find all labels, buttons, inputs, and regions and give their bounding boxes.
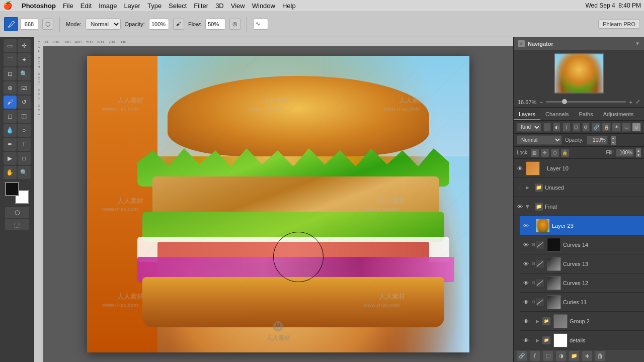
add-style-btn[interactable]: ƒ (530, 351, 540, 361)
eyedropper-tool[interactable]: 🔍 (18, 67, 31, 80)
layer-row-group2[interactable]: 👁 ▶ 📁 Group 2 (520, 312, 644, 331)
zoom-expand-icon[interactable]: ⤢ (635, 99, 640, 105)
menu-edit[interactable]: Edit (80, 2, 92, 10)
visibility-details[interactable]: 👁 (522, 336, 530, 344)
screen-mode-icon[interactable]: ⬚ (5, 219, 29, 230)
zoom-slider-thumb[interactable] (562, 99, 567, 104)
quick-mask-icon[interactable]: ⬡ (5, 207, 29, 218)
layer-row-layer23[interactable]: 👁 Layer 23 (520, 216, 644, 235)
filter-smart-icon[interactable]: ⚙ (582, 123, 590, 132)
lock-artboard-btn[interactable]: ⬡ (551, 149, 559, 157)
layers-list[interactable]: 👁 Layer 10 👁 ▶ 📁 Unused 👁 ▶ (514, 159, 644, 349)
lock-position-btn[interactable]: ✛ (541, 149, 549, 157)
add-adjustment-btn[interactable]: ◑ (556, 351, 566, 361)
foreground-color-swatch[interactable] (5, 182, 19, 196)
folder-arrow-final[interactable]: ▶ (525, 205, 530, 208)
add-layer-btn[interactable]: + (582, 351, 592, 361)
fill-value[interactable] (616, 149, 634, 157)
crop-tool[interactable]: ⊡ (4, 67, 17, 80)
zoom-tool[interactable]: 🔍 (18, 166, 31, 179)
layer-row-curves13[interactable]: 👁 ⊟ Curves 13 (520, 254, 644, 274)
layer-row-layer10[interactable]: 👁 Layer 10 (514, 159, 644, 178)
layer-row-final[interactable]: 👁 ▶ 📁 Final (514, 197, 644, 216)
layer-lock-btn[interactable]: 🔒 (602, 123, 611, 132)
menu-view[interactable]: View (231, 2, 245, 10)
menu-file[interactable]: File (63, 2, 73, 10)
filter-text-icon[interactable]: T (562, 123, 570, 132)
tab-layers[interactable]: Layers (514, 109, 540, 120)
zoom-out-icon[interactable]: − (540, 99, 543, 105)
pen-tool[interactable]: ✒ (4, 138, 17, 151)
menu-photoshop[interactable]: Photoshop (22, 2, 56, 10)
menu-layer[interactable]: Layer (124, 2, 140, 10)
zoom-in-icon[interactable]: + (629, 99, 632, 105)
filter-type-select[interactable]: Kind (517, 123, 541, 132)
lock-pixels-btn[interactable]: ▧ (531, 149, 539, 157)
dodge-tool[interactable]: ○ (18, 124, 31, 137)
folder-arrow-unused[interactable]: ▶ (526, 185, 529, 190)
opacity-down-btn[interactable]: ▼ (611, 140, 616, 145)
tab-paths[interactable]: Paths (574, 109, 598, 120)
menu-select[interactable]: Select (169, 2, 187, 10)
filter-adj-icon[interactable]: ◐ (553, 123, 560, 132)
layer-row-curves14[interactable]: 👁 ⊟ Curves 14 (520, 235, 644, 254)
blur-tool[interactable]: 💧 (4, 124, 17, 137)
layer-row-curves11[interactable]: 👁 ⊟ Curies 11 (520, 293, 644, 312)
zoom-slider[interactable] (546, 101, 626, 103)
visibility-curves13[interactable]: 👁 (522, 260, 530, 268)
marquee-rect-tool[interactable]: ▭ (4, 39, 17, 52)
navigator-expand-btn[interactable]: ▼ (635, 41, 640, 46)
shape-tool[interactable]: □ (18, 152, 31, 165)
airbrush-icon[interactable]: ◎ (229, 19, 240, 30)
visibility-curves12[interactable]: 👁 (522, 279, 530, 287)
clone-tool[interactable]: 🖃 (18, 81, 31, 95)
magic-wand-tool[interactable]: ✦ (18, 53, 31, 66)
layer-row-details[interactable]: 👁 ▶ 📁 details (520, 331, 644, 349)
opacity-stepper[interactable]: ▲ ▼ (611, 136, 616, 145)
visibility-curves14[interactable]: 👁 (522, 241, 530, 249)
tab-channels[interactable]: Channels (540, 109, 574, 120)
path-select-tool[interactable]: ▶ (4, 152, 17, 165)
canvas-inner[interactable]: 人人素材 www.rr-sc.com 人人素材 www.rr-sc.com 人人… (43, 46, 513, 362)
lock-all-btn[interactable]: 🔒 (561, 149, 569, 157)
add-mask-btn[interactable]: ⬚ (543, 351, 553, 361)
filter-pixel-icon[interactable]: ⬚ (543, 123, 551, 132)
visibility-layer23[interactable]: 👁 (522, 222, 530, 230)
menu-3d[interactable]: 3D (215, 2, 224, 10)
fill-stepper[interactable]: ▲ ▼ (636, 148, 641, 157)
add-folder-btn[interactable]: 📁 (569, 351, 579, 361)
layer-row-unused[interactable]: 👁 ▶ 📁 Unused (514, 178, 644, 197)
history-brush-tool[interactable]: ↺ (18, 96, 31, 109)
eraser-tool[interactable]: ◻ (4, 110, 17, 123)
opacity-value-layers[interactable] (587, 136, 608, 145)
layer-link-btn[interactable]: 🔗 (592, 123, 601, 132)
visibility-group2[interactable]: 👁 (522, 317, 530, 325)
visibility-layer10[interactable]: 👁 (516, 164, 524, 172)
layer-hide-btn[interactable]: 👁 (612, 123, 621, 132)
menu-image[interactable]: Image (99, 2, 117, 10)
blend-mode-select[interactable]: Normal (517, 135, 562, 145)
visibility-final[interactable]: 👁 (516, 203, 524, 211)
hand-tool[interactable]: ✋ (4, 166, 17, 179)
tab-adjustments[interactable]: Adjustments (598, 109, 639, 120)
brush-tool-icon[interactable] (4, 17, 18, 31)
move-tool[interactable]: ✛ (18, 39, 31, 52)
folder-arrow-details[interactable]: ▶ (536, 338, 539, 343)
folder-arrow-group2[interactable]: ▶ (536, 319, 539, 324)
fill-up-btn[interactable]: ▲ (636, 148, 641, 153)
fill-down-btn[interactable]: ▼ (636, 153, 641, 157)
filter-shape-icon[interactable]: ⬡ (573, 123, 580, 132)
add-link-btn[interactable]: 🔗 (517, 351, 527, 361)
menu-filter[interactable]: Filter (194, 2, 208, 10)
mode-select[interactable]: Normal (86, 19, 121, 30)
brush-tool[interactable]: 🖌 (4, 96, 17, 109)
navigator-close-btn[interactable]: ✕ (518, 40, 525, 47)
gradient-tool[interactable]: ◫ (18, 110, 31, 123)
apple-logo-icon[interactable]: 🍎 (3, 1, 13, 10)
visibility-curves11[interactable]: 👁 (522, 298, 530, 306)
menu-window[interactable]: Window (252, 2, 275, 10)
visibility-unused[interactable]: 👁 (516, 184, 524, 192)
lasso-tool[interactable]: ⌒ (4, 53, 17, 66)
menu-type[interactable]: Type (147, 2, 162, 10)
filter-toggle-btn[interactable]: ⊙ (632, 123, 641, 132)
